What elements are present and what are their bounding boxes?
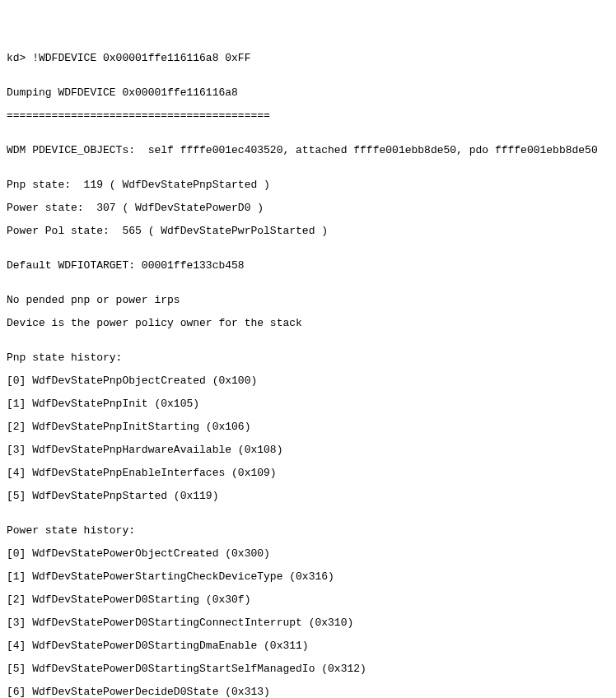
pnp-history-item: [1] WdfDevStatePnpInit (0x105)	[7, 398, 609, 410]
no-pended-irps: No pended pnp or power irps	[7, 295, 609, 306]
pnp-history-item: [4] WdfDevStatePnpEnableInterfaces (0x10…	[7, 468, 609, 479]
power-history-item: [0] WdfDevStatePowerObjectCreated (0x300…	[7, 548, 609, 560]
pnp-history-item: [3] WdfDevStatePnpHardwareAvailable (0x1…	[7, 444, 609, 456]
power-history-item: [6] WdfDevStatePowerDecideD0State (0x313…	[7, 686, 609, 698]
wdm-pdevice-objects: WDM PDEVICE_OBJECTs: self ffffe001ec4035…	[7, 145, 609, 156]
power-history-header: Power state history:	[7, 525, 609, 537]
pnp-history-item: [5] WdfDevStatePnpStarted (0x119)	[7, 491, 609, 502]
power-history-item: [3] WdfDevStatePowerD0StartingConnectInt…	[7, 617, 609, 629]
power-history-item: [1] WdfDevStatePowerStartingCheckDeviceT…	[7, 571, 609, 583]
power-state: Power state: 307 ( WdfDevStatePowerD0 )	[7, 202, 609, 214]
kd-prompt[interactable]: kd> !WDFDEVICE 0x00001ffe116116a8 0xFF	[7, 53, 609, 64]
default-wdfiotarget: Default WDFIOTARGET: 00001ffe133cb458	[7, 260, 609, 272]
pnp-history-header: Pnp state history:	[7, 352, 609, 364]
power-pol-state: Power Pol state: 565 ( WdfDevStatePwrPol…	[7, 226, 609, 237]
power-history-item: [2] WdfDevStatePowerD0Starting (0x30f)	[7, 594, 609, 606]
pnp-history-item: [2] WdfDevStatePnpInitStarting (0x106)	[7, 421, 609, 433]
divider: ========================================…	[7, 110, 609, 122]
device-power-owner: Device is the power policy owner for the…	[7, 318, 609, 329]
power-history-item: [5] WdfDevStatePowerD0StartingStartSelfM…	[7, 663, 609, 675]
dump-header: Dumping WDFDEVICE 0x00001ffe116116a8	[7, 87, 609, 99]
pnp-history-item: [0] WdfDevStatePnpObjectCreated (0x100)	[7, 375, 609, 387]
power-history-item: [4] WdfDevStatePowerD0StartingDmaEnable …	[7, 640, 609, 652]
pnp-state: Pnp state: 119 ( WdfDevStatePnpStarted )	[7, 179, 609, 191]
